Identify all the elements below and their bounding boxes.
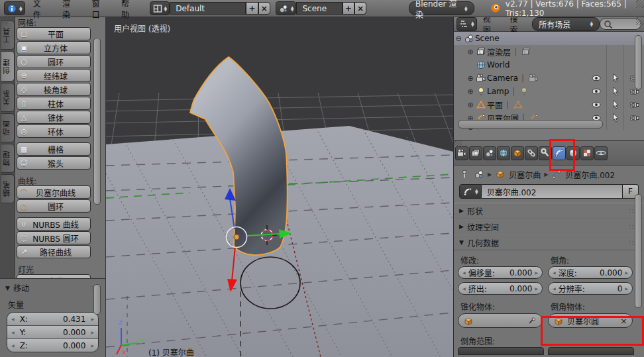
add-ico-sphere-button[interactable]: ◇棱角球 (17, 83, 91, 96)
bevel-factor-partial-widget[interactable] (458, 347, 544, 355)
add-circle-button[interactable]: ○圆环 (17, 55, 91, 68)
disclosure-triangle-icon[interactable]: ▶ (459, 207, 464, 214)
outliner-row-world[interactable]: World (454, 58, 644, 72)
slider-left-arrow-icon[interactable]: ◀ (11, 330, 15, 334)
hide-eye-icon[interactable] (591, 99, 602, 110)
pin-icon[interactable] (459, 169, 470, 179)
outliner-row-lamp[interactable]: ⊕ Lamp | (454, 85, 644, 98)
add-torus-button[interactable]: ◎环体 (17, 125, 91, 138)
tab-grease-pencil[interactable]: 蜡笔 (1, 174, 15, 203)
panel-texture-space[interactable]: ▶ 纹理空间 ∷∷ (454, 219, 644, 234)
close-layout-button[interactable]: × (258, 2, 270, 15)
tool-shelf-scrollbar[interactable] (93, 38, 101, 205)
selectable-cursor-icon[interactable] (610, 86, 621, 97)
add-cube-button[interactable]: ▣立方体 (17, 41, 91, 54)
clear-x-icon[interactable]: × (620, 316, 627, 326)
slider-left-arrow-icon[interactable]: ◀ (462, 270, 466, 275)
add-bezier-circle-button[interactable]: ○圆环 (17, 199, 91, 213)
area-corner-handle[interactable] (0, 17, 8, 25)
tab-scene[interactable] (483, 146, 496, 160)
expand-icon[interactable]: ⊕ (466, 74, 475, 83)
offset-slider[interactable]: ◀ 偏移量: 0.000 ▶ (458, 266, 543, 279)
slider-left-arrow-icon[interactable]: ◀ (11, 317, 15, 321)
slider-right-arrow-icon[interactable]: ▶ (91, 343, 94, 348)
editor-type-selector-info[interactable]: ▲▼ (4, 1, 25, 15)
breadcrumb-data-name[interactable]: 贝塞尔曲.002 (565, 169, 615, 180)
renderable-camera-icon[interactable] (629, 113, 640, 123)
hide-eye-icon[interactable] (591, 86, 602, 97)
render-engine-dropdown[interactable]: Blender 渲染 ▲▼ (409, 1, 474, 15)
move-z-slider[interactable]: ◀ Z: 0.000 ▶ (7, 339, 98, 352)
slider-left-arrow-icon[interactable]: ◀ (462, 286, 466, 291)
tab-physics[interactable] (594, 146, 608, 160)
add-nurbs-circle-button[interactable]: ◌NURBS 圆环 (17, 231, 91, 244)
bevel-factor-partial-widget[interactable] (548, 347, 634, 355)
slider-left-arrow-icon[interactable]: ◀ (553, 270, 556, 275)
outliner-display-filter-dropdown[interactable]: 所有场景 ▲▼ (532, 17, 600, 31)
tab-world[interactable] (497, 146, 510, 160)
add-nurbs-curve-button[interactable]: ∪NURBS 曲线 (17, 217, 91, 230)
selectable-cursor-icon[interactable] (610, 73, 621, 83)
properties-scrollbar[interactable] (635, 194, 642, 308)
add-uv-sphere-button[interactable]: ⊕经纬球 (17, 69, 91, 82)
move-y-slider[interactable]: ◀ Y: 0.000 ▶ (7, 326, 98, 339)
slider-right-arrow-icon[interactable]: ▶ (625, 270, 628, 275)
tab-constraints[interactable] (525, 146, 538, 160)
disclosure-triangle-icon[interactable]: ▼ (459, 239, 464, 246)
bevel-object-field[interactable]: 贝塞尔圆 × (548, 313, 633, 328)
operator-panel-scrollbar[interactable] (93, 284, 101, 315)
tab-texture[interactable] (580, 146, 594, 160)
outliner-search-field[interactable] (600, 18, 641, 30)
expand-icon[interactable]: ⊕ (466, 48, 475, 56)
close-scene-button[interactable]: × (354, 2, 366, 15)
tab-object-data[interactable] (553, 146, 566, 160)
outliner-row-scene[interactable]: ⊖ Scene (454, 32, 644, 45)
menu-render[interactable]: 渲染 (62, 0, 76, 20)
add-plane-button[interactable]: ◻平面 (17, 27, 91, 40)
area-corner-handle[interactable] (454, 141, 462, 149)
tab-tools[interactable]: 工具 (1, 21, 15, 50)
add-monkey-button[interactable]: ☺猴头 (17, 156, 91, 170)
add-path-curve-button[interactable]: ↗路径曲线 (17, 245, 91, 258)
3d-viewport[interactable]: 用户视图 (透视) (1) 贝塞尔曲 z y x (106, 17, 453, 357)
add-scene-button[interactable]: + (343, 2, 354, 15)
panel-geometry[interactable]: ▼ 几何数据 ∷∷ (454, 234, 644, 250)
breadcrumb-object-name[interactable]: 贝塞尔曲 (509, 169, 541, 180)
menu-file[interactable]: 文件 (33, 0, 46, 20)
add-cylinder-button[interactable]: ▯柱体 (17, 97, 91, 110)
eyedropper-icon[interactable] (527, 315, 537, 327)
scene-name-field[interactable]: Scene (296, 2, 342, 15)
screen-layout-selector[interactable]: ▲▼ (150, 1, 170, 15)
extrude-slider[interactable]: ◀ 挤出: 0.000 ▶ (458, 282, 543, 295)
tab-physics[interactable]: 物理 (1, 144, 15, 173)
outliner-row-camera[interactable]: ⊕ Camera | (454, 72, 644, 85)
disclosure-triangle-icon[interactable]: ▶ (459, 223, 464, 230)
outliner-row-plane[interactable]: ⊕ 平面 | (454, 98, 644, 111)
outliner-horizontal-scrollbar[interactable] (458, 120, 603, 128)
tab-render-layers[interactable] (469, 146, 482, 160)
taper-object-field[interactable] (458, 313, 543, 328)
renderable-camera-icon[interactable] (629, 99, 640, 110)
slider-left-arrow-icon[interactable]: ◀ (553, 286, 556, 291)
disclosure-triangle-icon[interactable]: ▼ (5, 285, 10, 291)
tab-relations[interactable]: 关系 (1, 83, 15, 112)
scene-selector[interactable]: ▲▼ (276, 1, 297, 15)
tab-object[interactable] (511, 146, 524, 160)
outliner-scrollbar[interactable] (635, 35, 642, 89)
slider-left-arrow-icon[interactable]: ◀ (11, 343, 15, 348)
slider-right-arrow-icon[interactable]: ▶ (91, 317, 94, 321)
add-grid-button[interactable]: ▦栅格 (17, 142, 91, 156)
selectable-cursor-icon[interactable] (610, 113, 621, 123)
add-bezier-curve-button[interactable]: ⌒贝塞尔曲线 (17, 185, 91, 199)
add-layout-button[interactable]: + (246, 2, 258, 15)
tab-modifiers[interactable] (539, 146, 552, 160)
slider-right-arrow-icon[interactable]: ▶ (535, 270, 538, 275)
panel-shape[interactable]: ▶ 形状 ∷∷ (454, 203, 644, 219)
selectable-cursor-icon[interactable] (610, 99, 621, 110)
move-x-slider[interactable]: ◀ X: 0.431 ▶ (7, 313, 98, 326)
slider-right-arrow-icon[interactable]: ▶ (625, 286, 628, 291)
bevel-depth-slider[interactable]: ◀ 深度: 0.000 ▶ (548, 266, 633, 279)
tab-animation[interactable]: 动画 (1, 113, 15, 142)
collapse-icon[interactable]: ⊖ (454, 34, 463, 43)
slider-right-arrow-icon[interactable]: ▶ (535, 286, 538, 291)
